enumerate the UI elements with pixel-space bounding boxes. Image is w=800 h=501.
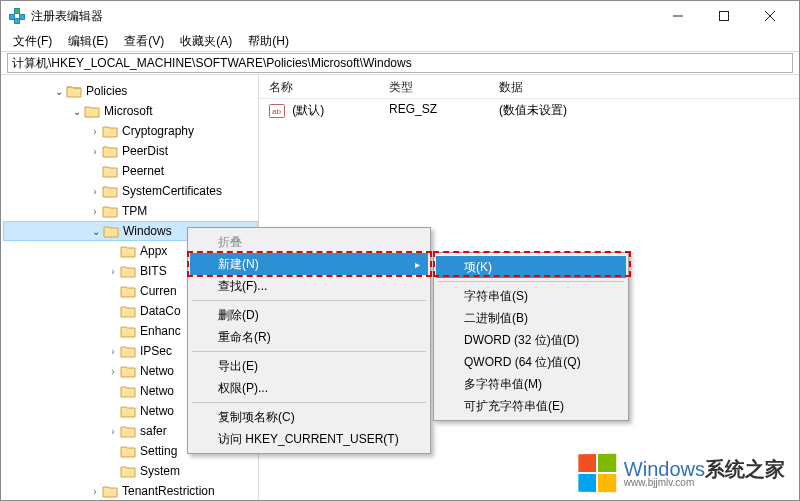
list-row[interactable]: ab (默认) REG_SZ (数值未设置) xyxy=(259,99,799,122)
tree-label: Enhanc xyxy=(140,324,181,338)
tree-label: Peernet xyxy=(122,164,164,178)
ctx-new-qword[interactable]: QWORD (64 位)值(Q) xyxy=(436,351,626,373)
window-title: 注册表编辑器 xyxy=(31,8,655,25)
folder-icon xyxy=(102,144,118,158)
folder-icon xyxy=(120,404,136,418)
tree-label: Setting xyxy=(140,444,177,458)
value-type: REG_SZ xyxy=(379,102,489,119)
close-button[interactable] xyxy=(747,1,793,31)
chevron-right-icon[interactable]: › xyxy=(107,365,119,377)
menu-favorites[interactable]: 收藏夹(A) xyxy=(172,31,240,52)
watermark-text: Windows系统之家 www.bjjmlv.com xyxy=(624,459,785,488)
address-text: 计算机\HKEY_LOCAL_MACHINE\SOFTWARE\Policies… xyxy=(12,55,412,72)
chevron-down-icon[interactable]: ⌄ xyxy=(90,225,102,237)
folder-icon xyxy=(84,104,100,118)
menu-view[interactable]: 查看(V) xyxy=(116,31,172,52)
list-header: 名称 类型 数据 xyxy=(259,75,799,99)
chevron-right-icon[interactable]: › xyxy=(89,205,101,217)
folder-icon xyxy=(66,84,82,98)
tree-item-microsoft[interactable]: ⌄ Microsoft xyxy=(3,101,258,121)
ctx-new-expand[interactable]: 可扩充字符串值(E) xyxy=(436,395,626,417)
folder-icon xyxy=(120,464,136,478)
ctx-export[interactable]: 导出(E) xyxy=(190,355,428,377)
col-name[interactable]: 名称 xyxy=(259,75,379,98)
ctx-new-binary[interactable]: 二进制值(B) xyxy=(436,307,626,329)
folder-icon xyxy=(102,184,118,198)
ctx-collapse[interactable]: 折叠 xyxy=(190,231,428,253)
tree-item[interactable]: ›PeerDist xyxy=(3,141,258,161)
folder-icon xyxy=(102,204,118,218)
col-type[interactable]: 类型 xyxy=(379,75,489,98)
tree-label: PeerDist xyxy=(122,144,168,158)
folder-icon xyxy=(120,384,136,398)
minimize-button[interactable] xyxy=(655,1,701,31)
folder-icon xyxy=(120,244,136,258)
separator xyxy=(192,300,426,301)
tree-label: Microsoft xyxy=(104,104,153,118)
chevron-right-icon: ▸ xyxy=(415,259,420,270)
ctx-copy-key-name[interactable]: 复制项名称(C) xyxy=(190,406,428,428)
tree-label: TPM xyxy=(122,204,147,218)
ctx-new-dword[interactable]: DWORD (32 位)值(D) xyxy=(436,329,626,351)
tree-label: Appx xyxy=(140,244,167,258)
chevron-down-icon[interactable]: ⌄ xyxy=(53,85,65,97)
svg-rect-1 xyxy=(720,12,729,21)
tree-item-tenant[interactable]: › TenantRestriction xyxy=(3,481,258,500)
chevron-right-icon[interactable]: › xyxy=(107,265,119,277)
tree-label: Curren xyxy=(140,284,177,298)
context-menu: 折叠 新建(N) ▸ 查找(F)... 删除(D) 重命名(R) 导出(E) 权… xyxy=(187,227,431,454)
col-data[interactable]: 数据 xyxy=(489,75,799,98)
tree-label: Netwo xyxy=(140,364,174,378)
ctx-goto-hkcu[interactable]: 访问 HKEY_CURRENT_USER(T) xyxy=(190,428,428,450)
folder-icon xyxy=(102,484,118,498)
tree-item[interactable]: ›System xyxy=(3,461,258,481)
context-submenu-new: 项(K) 字符串值(S) 二进制值(B) DWORD (32 位)值(D) QW… xyxy=(433,252,629,421)
chevron-right-icon[interactable]: › xyxy=(89,485,101,497)
ctx-new-key[interactable]: 项(K) xyxy=(436,256,626,278)
tree-label: SystemCertificates xyxy=(122,184,222,198)
folder-icon xyxy=(120,444,136,458)
chevron-down-icon[interactable]: ⌄ xyxy=(71,105,83,117)
svg-text:ab: ab xyxy=(272,107,281,116)
separator xyxy=(438,281,624,282)
chevron-right-icon[interactable]: › xyxy=(89,125,101,137)
tree-item[interactable]: ›Cryptography xyxy=(3,121,258,141)
string-value-icon: ab xyxy=(269,104,285,118)
folder-icon xyxy=(120,364,136,378)
tree-item[interactable]: ›SystemCertificates xyxy=(3,181,258,201)
tree-label: IPSec xyxy=(140,344,172,358)
ctx-find[interactable]: 查找(F)... xyxy=(190,275,428,297)
tree-item-policies[interactable]: ⌄ Policies xyxy=(3,81,258,101)
tree-label: TenantRestriction xyxy=(122,484,215,498)
menu-help[interactable]: 帮助(H) xyxy=(240,31,297,52)
ctx-new[interactable]: 新建(N) ▸ xyxy=(190,253,428,275)
watermark: Windows系统之家 www.bjjmlv.com xyxy=(578,454,785,492)
menu-file[interactable]: 文件(F) xyxy=(5,31,60,52)
tree-label: Windows xyxy=(123,224,172,238)
tree-item[interactable]: ›Peernet xyxy=(3,161,258,181)
tree-label: DataCo xyxy=(140,304,181,318)
tree-label: safer xyxy=(140,424,167,438)
folder-icon xyxy=(102,164,118,178)
tree-item[interactable]: ›TPM xyxy=(3,201,258,221)
menubar: 文件(F) 编辑(E) 查看(V) 收藏夹(A) 帮助(H) xyxy=(1,31,799,51)
maximize-button[interactable] xyxy=(701,1,747,31)
ctx-new-multi[interactable]: 多字符串值(M) xyxy=(436,373,626,395)
ctx-permissions[interactable]: 权限(P)... xyxy=(190,377,428,399)
folder-icon xyxy=(103,224,119,238)
ctx-delete[interactable]: 删除(D) xyxy=(190,304,428,326)
menu-edit[interactable]: 编辑(E) xyxy=(60,31,116,52)
folder-icon xyxy=(120,424,136,438)
chevron-right-icon[interactable]: › xyxy=(89,185,101,197)
folder-icon xyxy=(120,324,136,338)
chevron-right-icon[interactable]: › xyxy=(107,345,119,357)
tree-label: Policies xyxy=(86,84,127,98)
app-icon xyxy=(9,8,25,24)
separator xyxy=(192,402,426,403)
chevron-right-icon[interactable]: › xyxy=(107,425,119,437)
chevron-right-icon[interactable]: › xyxy=(89,145,101,157)
address-input[interactable]: 计算机\HKEY_LOCAL_MACHINE\SOFTWARE\Policies… xyxy=(7,53,793,73)
ctx-new-string[interactable]: 字符串值(S) xyxy=(436,285,626,307)
ctx-rename[interactable]: 重命名(R) xyxy=(190,326,428,348)
value-data: (数值未设置) xyxy=(489,102,577,119)
